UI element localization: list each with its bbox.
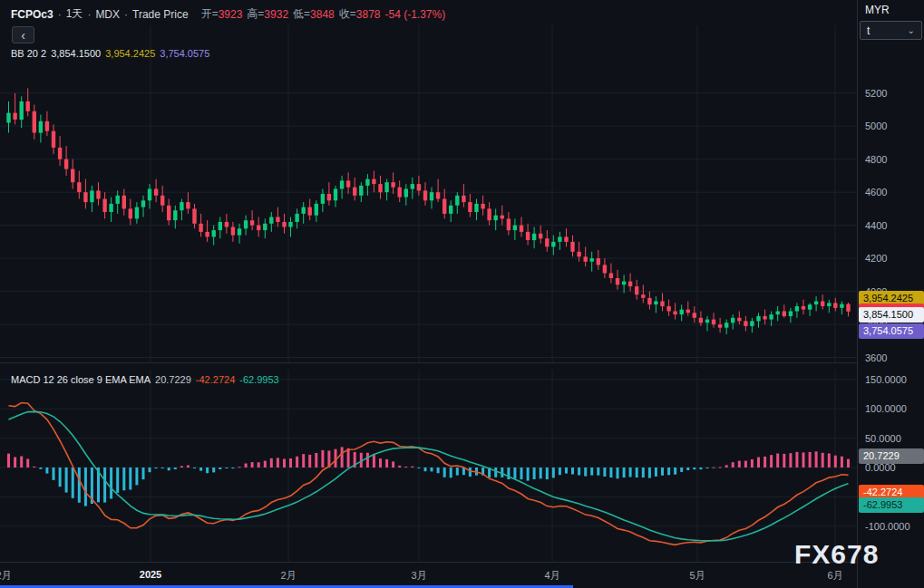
price-scale[interactable]: MYR t ⌄ 52005000480046004400420040003800…	[857, 0, 924, 588]
exchange-label: MDX	[95, 8, 120, 21]
high-label: 高=	[247, 6, 264, 22]
back-button[interactable]: ‹	[12, 26, 34, 43]
price-tick-label: 5200	[865, 88, 887, 99]
separator: ·	[58, 8, 62, 21]
bb-lower-price-label: 3,754.0575	[859, 323, 924, 339]
time-axis-label: 3月	[411, 569, 426, 583]
price-tick-label: 4600	[865, 187, 887, 198]
low-label: 低=	[293, 6, 310, 22]
macd-label: MACD 12 26 close 9 EMA EMA	[11, 374, 151, 385]
unit-dropdown-value: t	[867, 24, 870, 37]
time-axis-label: 6月	[827, 569, 842, 583]
price-tick-label: 3600	[865, 352, 887, 363]
price-tick-label: 4400	[865, 220, 887, 231]
bb-basis-value: 3,854.1500	[51, 48, 101, 59]
main-price-chart[interactable]	[0, 25, 857, 362]
close-label: 收=	[339, 6, 356, 22]
change-value: -54 (-1.37%)	[385, 8, 446, 21]
series-type-label: Trade Price	[132, 8, 189, 21]
macd-tick-label: 0.0000	[865, 462, 896, 473]
bb-lower-value: 3,754.0575	[160, 48, 209, 59]
separator: ·	[124, 8, 128, 21]
bb-label: BB 20 2	[11, 48, 46, 59]
price-tick-label: 4200	[865, 253, 887, 264]
currency-button[interactable]: MYR	[865, 4, 890, 16]
symbol-name: FCPOc3	[11, 8, 53, 21]
time-axis-label: 5月	[689, 569, 705, 583]
close-value: 3878	[356, 8, 381, 21]
macd-signal-value-label: -62.9953	[859, 497, 924, 513]
separator: ·	[87, 8, 91, 21]
time-scale[interactable]: 12月20252月3月4月5月6月	[0, 562, 924, 588]
macd-tick-label: 150.0000	[865, 374, 907, 385]
high-value: 3932	[264, 8, 288, 21]
bollinger-legend[interactable]: BB 20 2 3,854.1500 3,954.2425 3,754.0575	[11, 48, 209, 59]
unit-dropdown[interactable]: t ⌄	[860, 21, 922, 40]
macd-legend[interactable]: MACD 12 26 close 9 EMA EMA 20.7229 -42.2…	[11, 374, 279, 385]
time-axis-label: 2月	[280, 569, 296, 583]
macd-tick-label: 100.0000	[865, 403, 907, 414]
macd-hist-value-label: 20.7229	[859, 448, 924, 464]
bb-basis-price-label: 3,854.1500	[859, 307, 924, 323]
macd-line-value: -42.2724	[196, 374, 235, 385]
macd-hist-value: 20.7229	[155, 374, 191, 385]
time-axis-label: 2025	[140, 569, 161, 580]
macd-tick-label: -100.0000	[865, 521, 910, 532]
macd-tick-label: 50.0000	[865, 433, 901, 444]
interval-label: 1天	[66, 6, 83, 22]
macd-signal-value: -62.9953	[239, 374, 278, 385]
trading-chart-app: FCPOc3 · 1天 · MDX · Trade Price 开=3923 高…	[0, 0, 924, 588]
time-axis-label: 4月	[544, 569, 559, 583]
pane-divider[interactable]	[0, 362, 924, 363]
bb-upper-value: 3,954.2425	[105, 48, 155, 59]
price-tick-label: 4800	[865, 154, 887, 165]
time-axis-label: 12月	[0, 569, 12, 583]
macd-indicator-chart[interactable]	[0, 370, 857, 562]
open-value: 3923	[219, 8, 243, 21]
open-label: 开=	[201, 6, 219, 22]
symbol-legend[interactable]: FCPOc3 · 1天 · MDX · Trade Price 开=3923 高…	[11, 6, 445, 22]
low-value: 3848	[310, 8, 335, 21]
price-tick-label: 5000	[865, 120, 887, 131]
back-arrow-icon: ‹	[21, 29, 25, 42]
chevron-down-icon: ⌄	[908, 25, 915, 35]
